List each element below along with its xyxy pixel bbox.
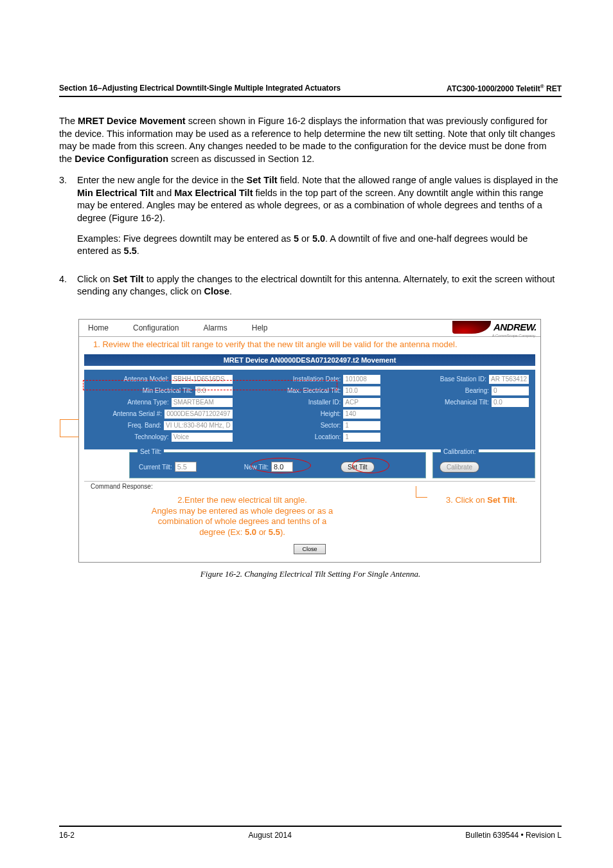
antenna-model-value: SBHH-1D6516DS bbox=[172, 375, 233, 384]
step-4: 4. Click on Set Tilt to apply the change… bbox=[59, 273, 562, 306]
set-tilt-button[interactable]: Set Tilt bbox=[341, 462, 375, 473]
calibration-legend: Calibration: bbox=[441, 448, 479, 455]
mech-tilt-value: 0.0 bbox=[492, 398, 529, 407]
annotation-1: 1. Review the electrical tilt range to v… bbox=[79, 337, 540, 354]
device-info-panel: Antenna Model:SBHH-1D6516DS Installation… bbox=[84, 370, 535, 449]
current-tilt-label: Current Tilt: bbox=[139, 464, 172, 471]
mech-tilt-label: Mechanical Tilt: bbox=[387, 399, 489, 406]
installer-id-value: ACP bbox=[343, 398, 380, 407]
set-tilt-legend: Set Tilt: bbox=[138, 448, 164, 455]
menu-help[interactable]: Help bbox=[252, 323, 268, 332]
step-4-number: 4. bbox=[59, 273, 77, 306]
andrew-logo: ANDREW. A CommScope Company bbox=[452, 321, 537, 334]
footer-bulletin: Bulletin 639544 • Revision L bbox=[465, 831, 562, 840]
calibrate-button[interactable]: Calibrate bbox=[440, 462, 479, 473]
sector-label: Sector: bbox=[239, 422, 341, 429]
footer-page-num: 16-2 bbox=[59, 831, 75, 840]
bearing-label: Bearing: bbox=[387, 387, 489, 394]
step-3-number: 3. bbox=[59, 174, 77, 265]
callout-connector-left bbox=[60, 419, 79, 437]
command-response-label: Command Response: bbox=[84, 481, 535, 491]
min-tilt-label: Min Electrical Tilt: bbox=[91, 387, 193, 394]
install-date-value: 101008 bbox=[343, 375, 380, 384]
height-label: Height: bbox=[239, 410, 341, 417]
freq-band-value: VI UL:830-840 MHz, D bbox=[164, 421, 233, 430]
sector-value: 1 bbox=[343, 421, 380, 430]
figure-16-2: Home Configuration Alarms Help ANDREW. A… bbox=[78, 319, 541, 563]
logo-swoosh-icon bbox=[452, 321, 491, 334]
menu-alarms[interactable]: Alarms bbox=[203, 323, 227, 332]
new-tilt-input[interactable]: 8.0 bbox=[271, 462, 293, 472]
antenna-serial-label: Antenna Serial #: bbox=[91, 410, 162, 417]
step-3: 3. Enter the new angle for the device in… bbox=[59, 174, 562, 265]
current-tilt-value: 5.5 bbox=[175, 462, 197, 472]
max-tilt-label: Max. Electrical Tilt: bbox=[239, 387, 341, 394]
menu-configuration[interactable]: Configuration bbox=[133, 323, 179, 332]
page-header: Section 16–Adjusting Electrical Downtilt… bbox=[59, 84, 562, 97]
header-right: ATC300-1000/2000 Teletilt® RET bbox=[447, 84, 562, 93]
logo-subtext: A CommScope Company bbox=[492, 334, 535, 338]
window-title-bar: MRET Device AN0000DESA071202497.t2 Movem… bbox=[84, 354, 535, 366]
install-date-label: Installation Date: bbox=[239, 375, 341, 383]
app-menubar: Home Configuration Alarms Help ANDREW. A… bbox=[79, 320, 540, 337]
installer-id-label: Installer ID: bbox=[239, 399, 341, 406]
antenna-serial-value: 0000DESA071202497 bbox=[164, 410, 233, 419]
annotation-3-connector bbox=[416, 486, 427, 498]
height-value: 140 bbox=[343, 410, 380, 419]
header-left: Section 16–Adjusting Electrical Downtilt… bbox=[59, 84, 341, 93]
bearing-value: 0 bbox=[492, 386, 529, 395]
close-button[interactable]: Close bbox=[294, 544, 325, 554]
location-label: Location: bbox=[239, 433, 341, 440]
annotation-3: 3. Click on Set Tilt. bbox=[446, 495, 517, 505]
location-value: 1 bbox=[343, 433, 380, 442]
technology-label: Technology: bbox=[91, 433, 169, 440]
freq-band-label: Freq. Band: bbox=[91, 422, 161, 429]
page-footer: 16-2 August 2014 Bulletin 639544 • Revis… bbox=[59, 826, 562, 840]
menu-home[interactable]: Home bbox=[88, 323, 109, 332]
base-station-label: Base Station ID: bbox=[387, 375, 486, 383]
antenna-model-label: Antenna Model: bbox=[91, 375, 169, 383]
new-tilt-label: New Tilt: bbox=[244, 464, 269, 471]
antenna-type-label: Antenna Type: bbox=[91, 399, 169, 406]
footer-date: August 2014 bbox=[249, 831, 292, 840]
technology-value: Voice bbox=[172, 433, 233, 442]
max-tilt-value: 10.0 bbox=[343, 386, 380, 395]
base-station-value: AR T563412 bbox=[489, 375, 529, 384]
min-tilt-value: 0.0 bbox=[195, 386, 233, 395]
intro-paragraph: The MRET Device Movement screen shown in… bbox=[59, 115, 562, 165]
logo-text: ANDREW. bbox=[493, 321, 537, 332]
annotation-2: 2.Enter the new electrical tilt angle. A… bbox=[114, 495, 371, 539]
antenna-type-value: SMARTBEAM bbox=[172, 398, 233, 407]
calibration-fieldset: Calibration: Calibrate bbox=[432, 452, 535, 478]
figure-caption: Figure 16-2. Changing Electrical Tilt Se… bbox=[59, 569, 562, 579]
set-tilt-fieldset: Set Tilt: Current Tilt:5.5 New Tilt:8.0 … bbox=[129, 452, 426, 478]
